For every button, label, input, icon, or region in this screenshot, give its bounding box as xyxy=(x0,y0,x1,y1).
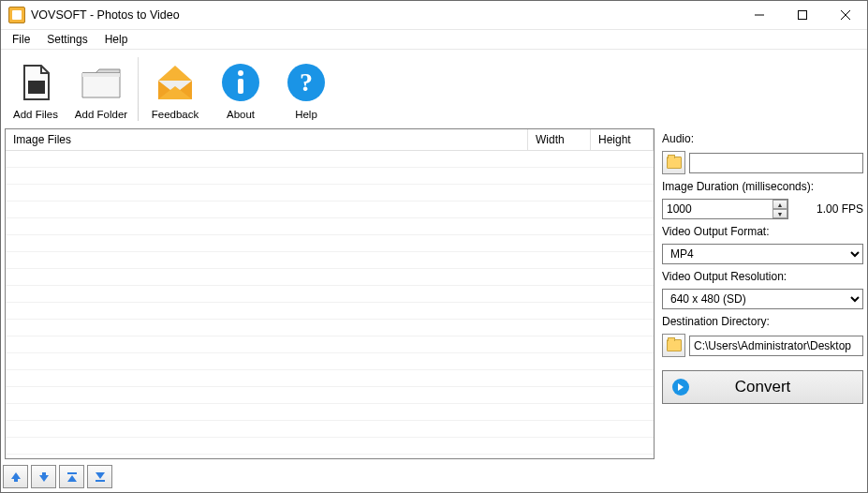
svg-marker-17 xyxy=(39,475,49,482)
file-listview[interactable]: Image Files Width Height xyxy=(5,128,655,459)
body-area: Image Files Width Height xyxy=(1,127,867,461)
menu-file[interactable]: File xyxy=(5,32,37,47)
svg-marker-22 xyxy=(96,472,105,479)
list-row xyxy=(6,387,654,404)
arrow-top-icon xyxy=(66,471,79,484)
svg-point-11 xyxy=(238,70,243,76)
fps-label: 1.00 FPS xyxy=(792,202,863,216)
arrow-down-icon xyxy=(37,471,51,484)
list-row xyxy=(6,235,654,252)
browse-audio-button[interactable] xyxy=(662,151,685,174)
add-folder-button[interactable]: Add Folder xyxy=(68,52,134,127)
svg-rect-18 xyxy=(42,472,46,476)
list-row xyxy=(6,269,654,286)
audio-input[interactable] xyxy=(689,153,863,173)
help-label: Help xyxy=(295,109,317,120)
envelope-icon xyxy=(153,62,198,103)
destination-label: Destination Directory: xyxy=(662,315,863,328)
add-files-button[interactable]: Add Files xyxy=(3,52,68,127)
list-row xyxy=(6,185,654,202)
col-height[interactable]: Height xyxy=(591,129,654,150)
folder-mini-icon xyxy=(667,157,682,169)
destination-input[interactable] xyxy=(689,336,863,356)
about-button[interactable]: About xyxy=(208,52,273,127)
resolution-label: Video Output Resolution: xyxy=(662,270,863,283)
menu-help[interactable]: Help xyxy=(97,32,136,47)
svg-rect-21 xyxy=(96,480,105,482)
add-files-label: Add Files xyxy=(13,109,58,120)
list-row xyxy=(6,151,654,168)
col-image-files[interactable]: Image Files xyxy=(6,129,528,150)
file-icon xyxy=(15,62,56,103)
move-down-button[interactable] xyxy=(31,465,56,488)
svg-rect-16 xyxy=(14,478,18,482)
svg-rect-12 xyxy=(238,79,243,94)
toolbar-separator xyxy=(138,57,139,121)
reorder-buttons xyxy=(1,461,867,492)
app-window: VOVSOFT - Photos to Video File Settings … xyxy=(0,0,868,493)
audio-label: Audio: xyxy=(662,132,863,145)
menubar: File Settings Help xyxy=(1,30,867,50)
list-row xyxy=(6,218,654,235)
menu-settings[interactable]: Settings xyxy=(39,32,95,47)
list-row xyxy=(6,404,654,421)
maximize-button[interactable] xyxy=(781,1,824,29)
list-row xyxy=(6,168,654,185)
duration-spin-down[interactable]: ▼ xyxy=(772,209,787,218)
list-row xyxy=(6,353,654,370)
maximize-icon xyxy=(798,10,807,20)
add-folder-label: Add Folder xyxy=(75,109,127,120)
arrow-bottom-icon xyxy=(94,471,107,484)
info-icon xyxy=(220,62,261,103)
svg-rect-5 xyxy=(82,73,120,77)
format-label: Video Output Format: xyxy=(662,225,863,238)
svg-text:?: ? xyxy=(300,67,313,97)
app-icon xyxy=(8,7,25,23)
duration-label: Image Duration (milliseconds): xyxy=(662,180,863,193)
titlebar: VOVSOFT - Photos to Video xyxy=(1,1,867,30)
arrow-up-icon xyxy=(9,471,22,484)
folder-icon xyxy=(79,62,124,103)
list-row xyxy=(6,336,654,353)
svg-rect-4 xyxy=(28,81,45,94)
folder-mini-icon xyxy=(667,339,682,351)
minimize-icon xyxy=(755,10,764,20)
svg-marker-20 xyxy=(67,475,77,482)
duration-spin-up[interactable]: ▲ xyxy=(772,200,787,209)
move-bottom-button[interactable] xyxy=(87,465,112,488)
about-label: About xyxy=(227,109,255,120)
duration-stepper[interactable] xyxy=(662,199,788,219)
feedback-label: Feedback xyxy=(152,109,199,120)
col-width[interactable]: Width xyxy=(528,129,591,150)
minimize-button[interactable] xyxy=(738,1,781,29)
list-row xyxy=(6,252,654,269)
side-panel: Audio: Image Duration (milliseconds): ▲ … xyxy=(662,128,863,459)
browse-destination-button[interactable] xyxy=(662,334,685,357)
close-icon xyxy=(841,10,850,20)
svg-marker-6 xyxy=(158,66,192,81)
help-button[interactable]: ? Help xyxy=(273,52,339,127)
svg-rect-1 xyxy=(799,11,807,20)
move-up-button[interactable] xyxy=(3,465,28,488)
svg-marker-15 xyxy=(11,472,21,479)
convert-button[interactable]: Convert xyxy=(662,370,863,404)
list-header: Image Files Width Height xyxy=(6,129,654,151)
list-row xyxy=(6,286,654,303)
format-select[interactable]: MP4 xyxy=(662,244,863,264)
list-rows xyxy=(6,151,654,458)
resolution-select[interactable]: 640 x 480 (SD) xyxy=(662,289,863,309)
file-panel: Image Files Width Height xyxy=(5,128,655,459)
arrow-right-icon xyxy=(672,379,689,396)
list-row xyxy=(6,421,654,438)
toolbar: Add Files Add Folder xyxy=(1,50,867,127)
feedback-button[interactable]: Feedback xyxy=(142,52,208,127)
svg-rect-19 xyxy=(67,472,77,474)
question-icon: ? xyxy=(286,62,327,103)
move-top-button[interactable] xyxy=(59,465,84,488)
window-title: VOVSOFT - Photos to Video xyxy=(31,8,738,22)
list-row xyxy=(6,303,654,320)
convert-label: Convert xyxy=(735,378,791,396)
window-controls xyxy=(738,1,867,29)
list-row xyxy=(6,320,654,336)
close-button[interactable] xyxy=(824,1,867,29)
